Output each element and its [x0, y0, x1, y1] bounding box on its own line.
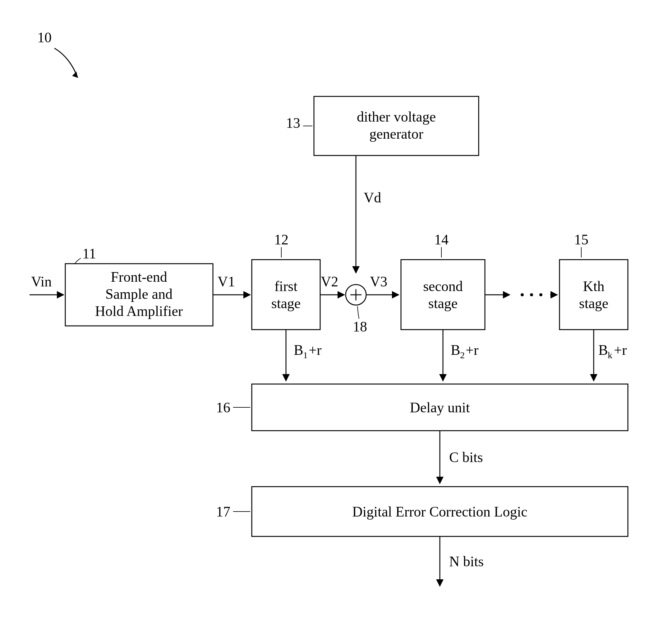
figure-leader	[54, 48, 78, 78]
second-stage-block	[401, 260, 485, 330]
signal-vin-label: Vin	[31, 274, 52, 290]
ref-15: 15	[574, 232, 588, 248]
ellipsis-dot	[521, 293, 524, 296]
first-stage-block	[252, 260, 320, 330]
sha-label-line3: Hold Amplifier	[95, 303, 183, 319]
ref-13: 13	[286, 115, 300, 131]
signal-b1-label: B 1 +r	[294, 342, 321, 360]
delay-unit-label: Delay unit	[410, 399, 470, 415]
svg-text:B: B	[451, 342, 460, 358]
svg-text:B: B	[598, 342, 608, 358]
ref-18: 18	[353, 319, 367, 335]
ref-12: 12	[274, 232, 288, 248]
second-stage-label-line1: second	[423, 278, 463, 294]
signal-bk-label: B k +r	[598, 342, 627, 360]
signal-cbits-label: C bits	[449, 449, 483, 465]
svg-text:+r: +r	[466, 342, 478, 358]
second-stage-label-line2: stage	[428, 295, 458, 311]
kth-stage-label-line2: stage	[579, 295, 609, 311]
sha-label-line2: Sample and	[106, 286, 172, 302]
signal-b2-label: B 2 +r	[451, 342, 478, 360]
kth-stage-block	[560, 260, 628, 330]
ellipsis-dot	[530, 293, 533, 296]
signal-v3-label: V3	[370, 274, 387, 290]
first-stage-label-line1: first	[275, 278, 298, 294]
ref-16: 16	[216, 399, 230, 415]
signal-v1-label: V1	[217, 274, 235, 290]
sha-label-line1: Front-end	[111, 269, 167, 285]
dither-generator-label-line2: generator	[369, 126, 423, 142]
dec-logic-label: Digital Error Correction Logic	[352, 504, 527, 520]
first-stage-label-line2: stage	[271, 295, 301, 311]
svg-text:2: 2	[460, 350, 465, 360]
svg-text:k: k	[608, 350, 612, 360]
figure-number: 10	[37, 29, 52, 45]
signal-nbits-label: N bits	[449, 553, 484, 569]
ref-17: 17	[216, 504, 230, 520]
ref-11: 11	[83, 246, 96, 261]
ellipsis-dot	[539, 293, 542, 296]
svg-text:+r: +r	[614, 342, 627, 358]
signal-vd-label: Vd	[364, 190, 381, 206]
dither-generator-label-line1: dither voltage	[357, 109, 436, 125]
ref-14: 14	[434, 232, 448, 248]
svg-text:+r: +r	[309, 342, 321, 358]
svg-text:1: 1	[303, 350, 308, 360]
signal-v2-label: V2	[321, 274, 338, 290]
kth-stage-label-line1: Kth	[583, 278, 605, 294]
svg-text:B: B	[294, 342, 303, 358]
